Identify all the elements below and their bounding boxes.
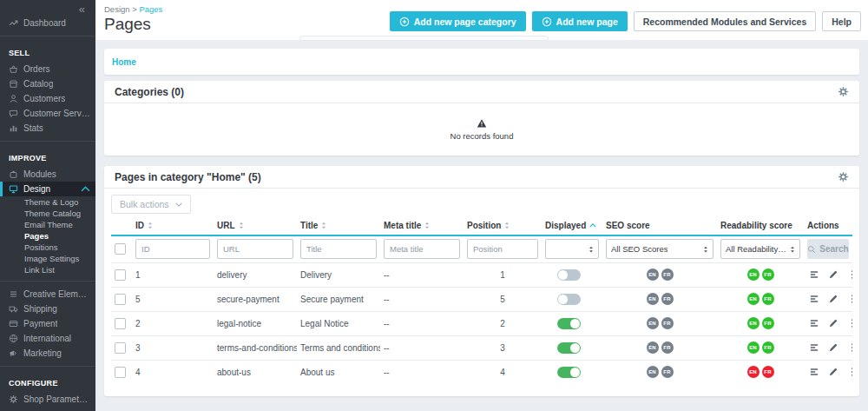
home-category-link[interactable]: Home xyxy=(112,57,136,67)
filter-url-input[interactable] xyxy=(217,239,293,259)
more-menu-icon[interactable] xyxy=(847,342,852,353)
preview-icon[interactable] xyxy=(809,367,819,377)
preview-icon[interactable] xyxy=(809,294,819,304)
horizontal-scrollbar-thumb[interactable] xyxy=(299,36,549,41)
column-header-id[interactable]: ID xyxy=(132,217,214,235)
cell-seo-score: ENFR xyxy=(602,287,717,311)
edit-icon[interactable] xyxy=(828,367,838,377)
search-button[interactable]: Search xyxy=(807,239,849,259)
readability-score-badge-fr: FR xyxy=(762,317,774,329)
displayed-toggle[interactable] xyxy=(557,367,581,378)
more-menu-icon[interactable] xyxy=(847,294,852,304)
column-header-label: Position xyxy=(467,221,501,230)
row-checkbox[interactable] xyxy=(115,367,126,378)
add-new-page-button[interactable]: Add new page xyxy=(532,11,628,31)
sidebar-item-design[interactable]: Design xyxy=(0,182,95,196)
bulk-actions-button[interactable]: Bulk actions xyxy=(111,195,191,214)
sidebar-subitem-theme-logo[interactable]: Theme & Logo xyxy=(0,196,95,208)
seo-score-badges: ENFR xyxy=(606,341,713,354)
select-all-checkbox[interactable] xyxy=(115,243,126,255)
breadcrumb-separator: > xyxy=(132,4,137,14)
sidebar-item-orders[interactable]: Orders xyxy=(0,62,95,76)
cell-actions xyxy=(804,360,852,384)
breadcrumb-current-link[interactable]: Pages xyxy=(139,4,162,14)
displayed-toggle[interactable] xyxy=(557,318,581,329)
row-checkbox[interactable] xyxy=(115,342,126,354)
sidebar-item-label: Marketing xyxy=(23,348,62,358)
row-checkbox[interactable] xyxy=(115,318,126,329)
sidebar-item-label: Customer Service xyxy=(23,109,90,118)
displayed-filter-select[interactable] xyxy=(545,239,599,259)
sidebar-item-label: Creative Elements xyxy=(23,289,90,299)
edit-icon[interactable] xyxy=(828,269,838,280)
sidebar-subitem-positions[interactable]: Positions xyxy=(0,242,95,253)
filter-id-input[interactable] xyxy=(135,239,210,259)
modules-icon xyxy=(9,169,18,179)
recommended-modules-button[interactable]: Recommended Modules and Services xyxy=(634,11,816,31)
column-header-url[interactable]: URL xyxy=(214,217,297,235)
column-header-title[interactable]: Title xyxy=(297,217,380,235)
preview-icon[interactable] xyxy=(809,318,819,328)
sidebar-divider xyxy=(0,36,95,36)
sidebar-subitem-pages[interactable]: Pages xyxy=(0,230,95,242)
sidebar-item-shipping[interactable]: Shipping xyxy=(0,302,95,316)
sidebar-item-dashboard[interactable]: Dashboard xyxy=(0,16,95,30)
displayed-toggle[interactable] xyxy=(557,269,581,281)
column-header-label: SEO score xyxy=(606,221,650,230)
more-menu-icon[interactable] xyxy=(847,367,852,377)
edit-icon[interactable] xyxy=(828,342,838,353)
edit-icon[interactable] xyxy=(828,294,838,304)
filter-meta_title-input[interactable] xyxy=(384,239,460,259)
cell-seo-score: ENFR xyxy=(602,262,717,287)
row-checkbox[interactable] xyxy=(115,269,126,281)
sidebar-item-modules[interactable]: Modules xyxy=(0,167,95,182)
cell-position: 4 xyxy=(464,360,542,384)
sidebar-subitem-theme-catalog[interactable]: Theme Catalog xyxy=(0,208,95,219)
row-checkbox[interactable] xyxy=(115,294,126,305)
cell-title: Legal Notice xyxy=(297,311,380,335)
filter-position-input[interactable] xyxy=(467,239,538,259)
sidebar-item-international[interactable]: International xyxy=(0,331,95,346)
readability-score-badge-fr: FR xyxy=(762,268,774,281)
sidebar-item-customer-service[interactable]: Customer Service xyxy=(0,106,95,121)
breadcrumb-parent-link[interactable]: Design xyxy=(104,4,130,14)
more-menu-icon[interactable] xyxy=(847,269,852,280)
add-new-page-category-button[interactable]: Add new page category xyxy=(390,11,526,31)
displayed-toggle[interactable] xyxy=(557,294,581,305)
filter-cell-readability: All Readability Score xyxy=(717,235,804,262)
sidebar-collapse-button[interactable]: « xyxy=(79,3,85,16)
help-button[interactable]: Help xyxy=(822,11,861,31)
displayed-toggle[interactable] xyxy=(557,342,581,354)
table-row: 5secure-paymentSecure payment--5ENFRENFR xyxy=(111,287,852,311)
column-header-displayed[interactable]: Displayed xyxy=(542,217,602,235)
sidebar-item-shop-parameters[interactable]: Shop Parameters xyxy=(0,392,95,407)
sidebar-item-payment[interactable]: Payment xyxy=(0,316,95,331)
sidebar-subitem-image-settings[interactable]: Image Settings xyxy=(0,253,95,264)
select-value: All SEO Scores xyxy=(611,244,667,254)
gear-icon[interactable] xyxy=(838,86,849,97)
cell-select xyxy=(111,311,132,335)
design-icon xyxy=(9,184,18,194)
seo-score-filter-select[interactable]: All SEO Scores xyxy=(606,239,713,259)
cell-id: 4 xyxy=(132,360,214,384)
more-menu-icon[interactable] xyxy=(847,318,852,328)
sidebar-item-catalog[interactable]: Catalog xyxy=(0,76,95,91)
sidebar-item-marketing[interactable]: Marketing xyxy=(0,346,95,361)
column-header-meta_title[interactable]: Meta title xyxy=(380,217,464,235)
readability-filter-select[interactable]: All Readability Score xyxy=(720,239,800,259)
cell-position: 3 xyxy=(464,335,542,360)
table-row: 3terms-and-conditions-of-useTerms and co… xyxy=(111,335,852,360)
filter-title-input[interactable] xyxy=(300,239,377,259)
sidebar-item-stats[interactable]: Stats xyxy=(0,121,95,136)
sidebar-subitem-link-list[interactable]: Link List xyxy=(0,264,95,275)
gear-icon[interactable] xyxy=(838,171,849,182)
sidebar-item-creative-elements[interactable]: Creative Elements xyxy=(0,287,95,302)
preview-icon[interactable] xyxy=(809,342,819,353)
cell-displayed xyxy=(542,311,602,335)
sidebar-subitem-email-theme[interactable]: Email Theme xyxy=(0,219,95,230)
preview-icon[interactable] xyxy=(809,269,819,280)
toggle-knob xyxy=(570,368,580,377)
column-header-position[interactable]: Position xyxy=(464,217,542,235)
edit-icon[interactable] xyxy=(828,318,838,328)
sidebar-item-customers[interactable]: Customers xyxy=(0,91,95,106)
